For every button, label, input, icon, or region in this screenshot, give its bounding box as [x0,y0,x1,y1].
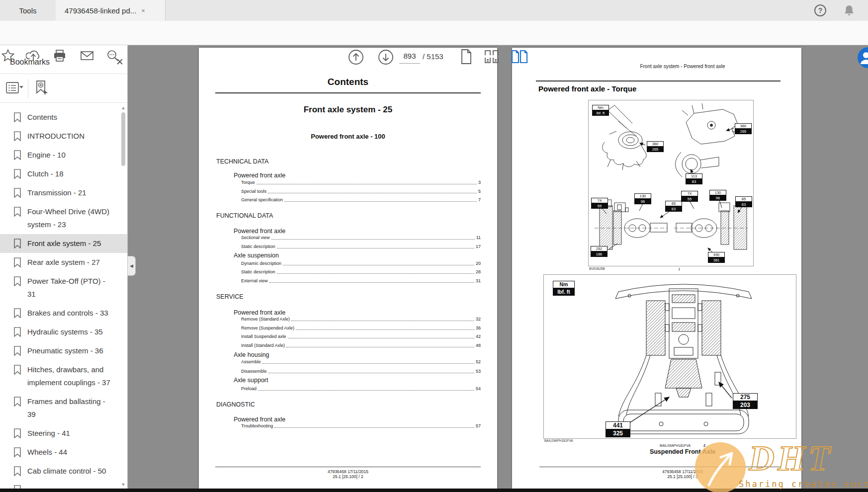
email-icon[interactable] [80,49,94,63]
bookmark-icon [13,188,21,198]
contents-title: Contents [199,77,497,87]
toc-entry: External view31 [241,278,481,283]
figure-number: 1 [678,267,680,271]
account-icon[interactable] [858,47,868,68]
bookmark-item[interactable]: Contents [0,108,127,127]
bookmark-icon [13,327,21,337]
bookmark-item[interactable]: INTRODUCTION [0,127,127,146]
sidebar-scrollbar: ▲ ▼ [120,103,127,490]
toc-group: Powered front axle [234,416,285,423]
document-canvas: ◀ Contents Front axle system - 25 Powere… [128,45,868,492]
dot-leader [277,248,474,248]
print-icon[interactable] [53,49,67,63]
tab-tools[interactable]: Tools [0,0,56,21]
bookmark-label: Power Take-Off (PTO) - 31 [27,277,105,298]
single-page-icon[interactable] [460,49,473,65]
chapter-heading: Front axle system - 25 [199,105,497,115]
toc-entry: Static description28 [241,269,481,274]
panel-collapse-handle[interactable]: ◀ [128,256,136,276]
page-total-label: / 5153 [423,52,443,61]
toc-group: Powered front axle [234,228,285,235]
bookmark-item-selected[interactable]: Front axle system - 25 [0,234,127,253]
tab-document-label: 47936458-linked pd... [65,6,136,15]
bookmark-item[interactable]: Clutch - 18 [0,164,127,183]
bookmark-item[interactable]: Brakes and controls - 33 [0,304,127,323]
bottom-strip [0,489,868,492]
scroll-down-icon[interactable]: ▼ [120,481,127,488]
tab-document[interactable]: 47936458-linked pd... × [56,0,166,21]
bookmark-label: Four-Wheel Drive (4WD) system - 23 [27,207,109,229]
bookmark-icon [13,428,21,438]
bookmark-label: Contents [27,113,57,121]
toc-entry: Install Suspended axle42 [241,334,481,339]
bookmark-item[interactable]: Frames and ballasting - 39 [0,392,127,424]
bookmark-icon [13,112,21,122]
page-down-icon[interactable] [377,49,394,66]
technical-drawing [589,100,753,266]
search-icon[interactable] [105,49,120,63]
toc-section: DIAGNOSTIC [216,401,255,408]
torque-label: 360265 [735,123,752,134]
scrolling-view-icon[interactable] [483,49,500,65]
bookmark-item[interactable]: Power Take-Off (PTO) - 31 [0,272,127,304]
bookmark-label: Hydraulic systems - 35 [27,328,103,336]
tab-close-icon[interactable]: × [141,7,145,14]
bookmark-item[interactable]: Hydraulic systems - 35 [0,323,127,341]
bookmark-item[interactable]: Four-Wheel Drive (4WD) system - 23 [0,202,127,234]
toc-entry: General specification7 [241,197,481,202]
svg-text:?: ? [818,6,823,14]
bookmark-item[interactable]: Wheels - 44 [0,443,127,462]
footer-rule [539,467,781,467]
dot-leader [291,321,474,321]
torque-label: 13096 [634,193,651,204]
bookmark-label: Wheels - 44 [27,448,67,456]
running-header: Front axle system - Powered front axle [512,64,827,69]
bookmark-item[interactable]: Pneumatic system - 36 [0,341,127,360]
page-footer-line2: 25.1 [25.100] / 3 [512,474,827,479]
bookmark-item[interactable]: Engine - 10 [0,146,127,164]
bookmark-item[interactable] [0,481,127,487]
bookmark-item[interactable]: Rear axle system - 27 [0,253,127,272]
help-icon[interactable]: ? [814,4,827,17]
bookmarks-list: Contents INTRODUCTION Engine - 10 Clutch… [0,103,127,490]
bookmark-item[interactable]: Hitches, drawbars, and implement couplin… [0,360,127,392]
bookmark-item[interactable]: Transmission - 21 [0,183,127,202]
scrollbar-thumb[interactable] [121,112,125,166]
dot-leader [296,329,474,330]
options-icon[interactable] [6,81,24,95]
bell-icon[interactable] [843,4,856,17]
figure-caption-code: BAIL09APH181FVA2 [512,444,827,447]
bookmark-icon [13,308,21,318]
dot-leader [269,282,474,283]
technical-drawing [544,275,796,438]
dot-leader [286,347,474,347]
add-bookmark-icon[interactable] [34,80,50,96]
bookmark-label: Frames and ballasting - 39 [27,397,105,418]
bookmark-icon [13,397,21,407]
page-up-icon[interactable] [347,49,364,66]
toc-entry: Preload54 [241,386,481,391]
torque-label: 13096 [709,190,726,201]
toc-group: Powered front axle [234,309,285,316]
share-upload-icon[interactable] [26,49,41,63]
dot-leader [257,184,477,184]
tab-tools-label: Tools [19,6,36,15]
bookmark-label: Rear axle system - 27 [27,258,100,266]
torque-label: 252186 [591,246,608,257]
two-page-view-icon[interactable] [511,50,528,64]
bookmark-item[interactable]: Cab climate control - 50 [0,462,127,481]
footer-rule [215,467,481,467]
toc-entry: Troubleshooting57 [241,423,481,428]
torque-label: 360265 [647,141,664,152]
page-footer-line1: 47936458 17/11/2015 [199,469,497,474]
tab-bar: Tools 47936458-linked pd... × ? [0,0,868,21]
dot-leader [268,193,477,193]
toc-group: Axle housing [234,351,269,358]
bookmark-icon [13,365,21,375]
bookmark-item[interactable]: Steering - 41 [0,424,127,443]
page-number-input[interactable] [399,48,420,64]
scroll-up-icon[interactable]: ▲ [120,104,127,111]
star-icon[interactable] [1,49,15,63]
unit-legend: Nm lbf. ft [592,105,609,116]
bookmarks-toolbar [0,74,127,103]
